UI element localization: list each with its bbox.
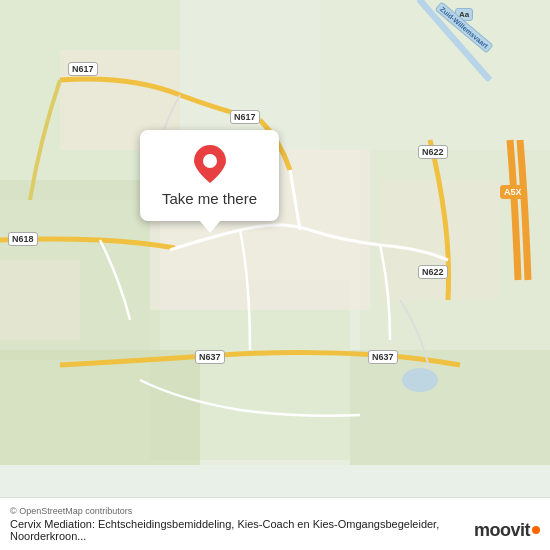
copyright-line: © OpenStreetMap contributors [10,506,540,516]
moovit-logo: moovit [474,520,540,541]
app-container: N617 N617 N618 N622 N622 N637 N637 A5X A… [0,0,550,550]
road-label-n617-1: N617 [68,62,98,76]
svg-rect-6 [0,350,200,465]
title-line: Cervix Mediation: Echtscheidingsbemiddel… [10,518,540,542]
copyright-text: © OpenStreetMap contributors [10,506,132,516]
callout-box: Take me there [140,130,279,221]
svg-rect-7 [350,350,550,465]
road-label-n637-2: N637 [368,350,398,364]
location-callout[interactable]: Take me there [140,130,279,221]
moovit-text: moovit [474,520,530,541]
road-label-a5x: A5X [500,185,526,199]
svg-rect-4 [320,0,550,150]
moovit-dot [532,526,540,534]
location-title: Cervix Mediation: Echtscheidingsbemiddel… [10,518,464,542]
road-label-n637-1: N637 [195,350,225,364]
road-label-n617-2: N617 [230,110,260,124]
road-label-n622-1: N622 [418,145,448,159]
road-label-n618: N618 [8,232,38,246]
road-label-n622-2: N622 [418,265,448,279]
svg-point-15 [203,154,217,168]
svg-point-14 [402,368,438,392]
bottom-bar: © OpenStreetMap contributors Cervix Medi… [0,497,550,550]
svg-rect-11 [0,260,80,340]
callout-label: Take me there [162,190,257,207]
map-container[interactable]: N617 N617 N618 N622 N622 N637 N637 A5X A… [0,0,550,497]
map-pin-icon [190,144,230,184]
